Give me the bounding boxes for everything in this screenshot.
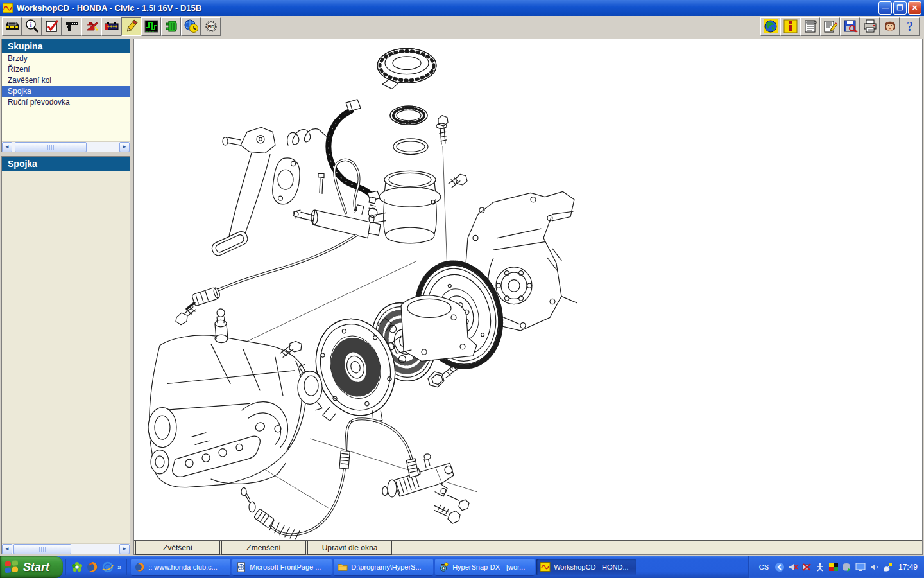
oil-button[interactable]: [81, 17, 101, 36]
database-icon[interactable]: [842, 562, 852, 572]
info-button[interactable]: [780, 17, 800, 36]
caliper-icon: [64, 19, 80, 34]
start-button[interactable]: Start: [0, 556, 63, 578]
sidebar-item-zaveseni-kol[interactable]: Zavěšení kol: [2, 75, 130, 86]
toolbar: i ++++: [0, 16, 924, 37]
seal-ring: [390, 106, 427, 125]
task-hypersnap[interactable]: HyperSnap-DX - [wor...: [435, 559, 535, 575]
windows-flag-icon: [5, 560, 19, 574]
muted-speaker-icon[interactable]: [788, 562, 798, 572]
globe-button[interactable]: [760, 17, 780, 36]
sidebar-item-rucni-prevodovka[interactable]: Ruční převodovka: [2, 97, 130, 108]
workshopcd-icon: [540, 562, 551, 572]
oscilloscope-button[interactable]: [141, 17, 161, 36]
assistant-button[interactable]: [880, 17, 900, 36]
task-label: Microsoft FrontPage ...: [250, 563, 321, 571]
group-list: Brzdy Řízení Zavěšení kol Spojka Ruční p…: [2, 53, 130, 108]
app-icon: [3, 3, 13, 13]
mouse-icon[interactable]: [882, 562, 893, 572]
pedal-spring: [287, 129, 329, 145]
scroll-track[interactable]: [12, 544, 119, 554]
display-colors-icon[interactable]: [828, 562, 839, 572]
world-time-icon: [184, 19, 199, 34]
notes-button[interactable]: [800, 17, 820, 36]
restore-button[interactable]: ❐: [893, 1, 907, 15]
group-panel: Skupina Brzdy Řízení Zavěšení kol Spojka…: [1, 39, 130, 152]
frontpage-icon: [236, 562, 246, 572]
fid-button[interactable]: FID: [201, 17, 221, 36]
edit-doc-button[interactable]: [820, 17, 840, 36]
scroll-left-button[interactable]: ◄: [2, 544, 12, 554]
assistant-icon: [882, 19, 898, 34]
task-label: WorkshopCD - HOND...: [554, 563, 629, 571]
task-workshopcd[interactable]: WorkshopCD - HOND...: [536, 559, 636, 575]
ie-icon[interactable]: [102, 561, 114, 573]
checklist-button[interactable]: [42, 17, 62, 36]
o-ring: [393, 139, 428, 155]
car-data-button[interactable]: [2, 17, 22, 36]
battery-button[interactable]: ++++: [101, 17, 121, 36]
window-title: WorkshopCD - HONDA - Civic - 1.5i 16V - …: [17, 3, 201, 13]
svg-text:i: i: [30, 21, 31, 28]
zoom-in-button[interactable]: Zvětšení: [135, 541, 220, 555]
scroll-left-button[interactable]: ◄: [2, 142, 12, 152]
scroll-right-button[interactable]: ►: [119, 544, 130, 554]
language-indicator[interactable]: CS: [757, 562, 771, 572]
scroll-thumb[interactable]: [15, 142, 87, 152]
volume-icon[interactable]: [869, 562, 879, 572]
scroll-thumb[interactable]: [13, 544, 71, 554]
fid-gear-icon: FID: [203, 19, 219, 34]
close-button[interactable]: ✕: [908, 1, 921, 15]
sidebar-item-rizeni[interactable]: Řízení: [2, 64, 130, 75]
save-key-button[interactable]: [840, 17, 860, 36]
pencil-edit-button[interactable]: [121, 17, 141, 36]
scroll-right-button[interactable]: ►: [119, 142, 130, 152]
caliper-button[interactable]: [62, 17, 81, 36]
task-label: HyperSnap-DX - [wor...: [452, 563, 525, 571]
world-time-button[interactable]: [181, 17, 201, 36]
sidebar-item-brzdy[interactable]: Brzdy: [2, 53, 130, 64]
save-key-icon: [843, 19, 858, 34]
detail-panel-header: Spojka: [2, 157, 130, 171]
icq-flower-icon[interactable]: [71, 561, 83, 573]
connector-button[interactable]: [161, 17, 181, 36]
folder-icon: [338, 562, 348, 572]
oscilloscope-icon: [144, 19, 159, 34]
fit-window-button[interactable]: Upravit dle okna: [307, 541, 392, 555]
group-list-hscrollbar: ◄ ►: [2, 141, 130, 152]
print-button[interactable]: [860, 17, 880, 36]
system-tray: CS: [748, 556, 924, 578]
monitor-icon[interactable]: [855, 562, 866, 572]
collapse-chevron-icon[interactable]: [774, 562, 785, 572]
firefox-quick-icon[interactable]: [87, 561, 98, 573]
zoom-out-button[interactable]: Zmenšení: [221, 541, 306, 555]
task-label: :: www.honda-club.c...: [148, 563, 218, 571]
svg-text:FID: FID: [207, 24, 214, 29]
checklist-icon: [44, 19, 60, 34]
quick-launch: »: [65, 559, 127, 575]
reservoir-body: [369, 171, 441, 243]
task-honda-club[interactable]: :: www.honda-club.c...: [131, 559, 230, 575]
minimize-button[interactable]: —: [878, 1, 892, 15]
task-frontpage[interactable]: Microsoft FrontPage ...: [232, 559, 332, 575]
accessibility-icon[interactable]: [815, 562, 825, 572]
reservoir-cap: [377, 48, 436, 89]
detail-panel: Spojka ◄ ►: [1, 156, 130, 554]
help-button[interactable]: ?: [900, 17, 920, 36]
taskbar: Start » :: www.honda-club.c...: [0, 556, 924, 578]
pencil-icon: [124, 19, 139, 34]
globe-icon: [763, 19, 778, 34]
oil-can-icon: [84, 19, 99, 34]
gasket-plate: [273, 158, 300, 204]
quick-launch-overflow-chevron[interactable]: »: [117, 563, 121, 571]
help-icon: ?: [902, 19, 918, 34]
task-folder[interactable]: D:\programy\HyperS...: [334, 559, 433, 575]
scroll-track[interactable]: [12, 142, 119, 152]
offline-icon[interactable]: [801, 562, 812, 572]
sidebar-item-spojka[interactable]: Spojka: [2, 86, 130, 97]
search-info-button[interactable]: i: [22, 17, 42, 36]
connector-icon: [164, 19, 179, 34]
detail-hscrollbar: ◄ ►: [2, 543, 130, 554]
clock: 17:49: [898, 563, 918, 572]
slave-cylinder-bolts: [434, 495, 469, 523]
